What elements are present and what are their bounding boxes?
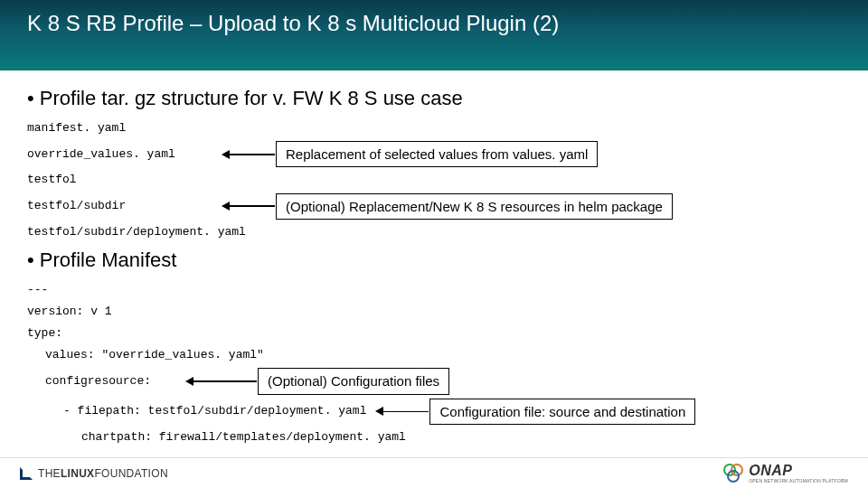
onap-logo: ONAP OPEN NETWORK AUTOMATION PLATFORM (723, 463, 848, 483)
yaml-block: --- version: v 1 type: values: "override… (27, 281, 841, 446)
yaml-dash: --- (27, 281, 841, 299)
file-override: override_values. yaml (27, 145, 222, 164)
onap-rings-icon (723, 464, 743, 483)
file-testfol: testfol (27, 171, 841, 189)
annot-optional-k8s: (Optional) Replacement/New K 8 S resourc… (276, 193, 673, 220)
annot-config-src: Configuration file: source and destinati… (429, 399, 695, 425)
arrow-left-icon (185, 377, 193, 386)
content-area: • Profile tar. gz structure for v. FW K … (0, 70, 868, 446)
annot-config-files: (Optional) Configuration files (258, 368, 449, 394)
header-bar: K 8 S RB Profile – Upload to K 8 s Multi… (0, 0, 868, 70)
yaml-configresource: configresource: (27, 372, 185, 390)
row-filepath: - filepath: testfol/subdir/deployment. y… (27, 399, 841, 425)
file-list: manifest. yaml override_values. yaml Rep… (27, 119, 841, 241)
arrow-left-icon (222, 150, 230, 159)
onap-text: ONAP (749, 463, 848, 479)
yaml-version: version: v 1 (27, 303, 841, 321)
page-title: K 8 S RB Profile – Upload to K 8 s Multi… (27, 11, 559, 36)
yaml-values: values: "override_values. yaml" (27, 346, 841, 364)
arrow-left-icon (375, 407, 383, 416)
footer: THE LINUX FOUNDATION ONAP OPEN NETWORK A… (0, 457, 868, 488)
lf-foundation: FOUNDATION (94, 467, 167, 480)
annot-replacement: Replacement of selected values from valu… (276, 141, 598, 167)
file-subdir: testfol/subdir (27, 197, 222, 215)
linux-foundation-logo: THE LINUX FOUNDATION (20, 467, 168, 480)
row-subdir: testfol/subdir (Optional) Replacement/Ne… (27, 193, 841, 220)
lf-cube-icon (20, 467, 33, 480)
bullet-profile-manifest: • Profile Manifest (27, 249, 841, 272)
yaml-filepath: - filepath: testfol/subdir/deployment. y… (27, 402, 366, 420)
bullet-profile-tar: • Profile tar. gz structure for v. FW K … (27, 87, 841, 110)
file-manifest: manifest. yaml (27, 119, 841, 137)
yaml-chartpath: chartpath: firewall/templates/deployment… (27, 428, 841, 446)
row-override: override_values. yaml Replacement of sel… (27, 141, 841, 167)
arrow-left-icon (222, 202, 230, 211)
row-configresource: configresource: (Optional) Configuration… (27, 368, 841, 394)
lf-the: THE (38, 467, 61, 480)
yaml-type: type: (27, 324, 841, 343)
onap-subtext: OPEN NETWORK AUTOMATION PLATFORM (749, 479, 848, 483)
file-deployment: testfol/subdir/deployment. yaml (27, 223, 841, 241)
lf-linux: LINUX (61, 467, 95, 480)
